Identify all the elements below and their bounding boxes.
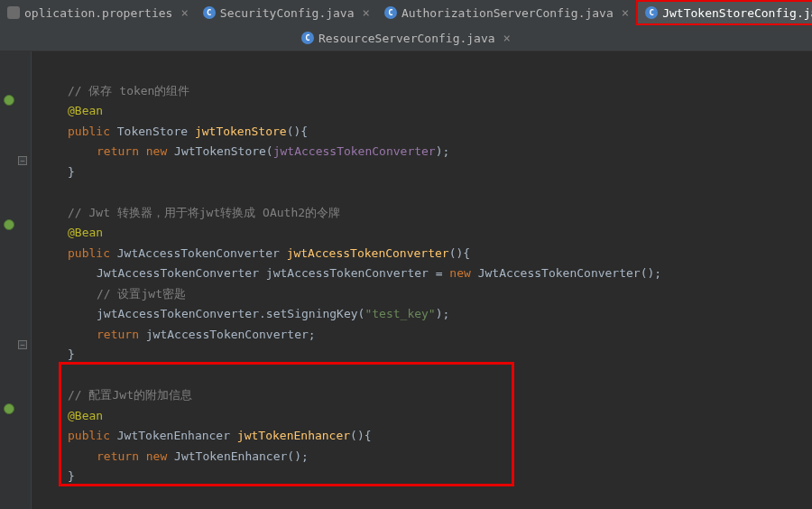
tab-label: SecurityConfig.java (220, 6, 355, 20)
code-line: } (68, 345, 812, 366)
code-line: // Jwt 转换器，用于将jwt转换成 OAuth2的令牌 (68, 203, 812, 224)
bean-gutter-icon[interactable] (4, 403, 16, 416)
tab-label: oplication.properties (24, 6, 172, 20)
tab-label: ResourceServerConfig.java (318, 32, 495, 45)
code-line: } (68, 467, 812, 487)
tab-label: AuthorizationServerConfig.java (401, 6, 614, 20)
bean-gutter-icon[interactable] (4, 95, 16, 107)
java-class-icon: C (203, 6, 216, 19)
tab-security-config[interactable]: C SecurityConfig.java × (196, 0, 377, 25)
tab-label: JwtTokenStoreConfig.java (662, 6, 812, 20)
close-icon[interactable]: × (503, 31, 511, 45)
bean-gutter-icon[interactable] (4, 219, 16, 232)
code-line: public TokenStore jwtTokenStore(){ (68, 122, 812, 143)
code-line (68, 366, 812, 386)
code-line: // 设置jwt密匙 (68, 284, 812, 305)
code-line (68, 182, 812, 203)
code-line: public JwtAccessTokenConverter jwtAccess… (68, 244, 812, 264)
java-class-icon: C (301, 32, 314, 44)
editor-tabs: oplication.properties × C SecurityConfig… (0, 0, 812, 51)
close-icon[interactable]: × (622, 5, 629, 20)
editor-area: − − // 保存 token的组件 @Bean public TokenSto… (0, 51, 812, 509)
code-editor[interactable]: // 保存 token的组件 @Bean public TokenStore j… (32, 51, 812, 509)
tab-resource-server-config[interactable]: C ResourceServerConfig.java × (294, 25, 518, 51)
code-line: // 配置Jwt的附加信息 (68, 385, 812, 406)
code-line (68, 60, 812, 81)
tabs-row-1: oplication.properties × C SecurityConfig… (0, 0, 812, 25)
java-class-icon: C (645, 6, 658, 19)
tab-authorization-server-config[interactable]: C AuthorizationServerConfig.java × (377, 0, 636, 25)
properties-file-icon (7, 6, 20, 19)
close-icon[interactable]: × (363, 5, 370, 20)
fold-icon[interactable]: − (18, 156, 31, 169)
code-line: @Bean (68, 223, 812, 244)
tabs-row-2: C ResourceServerConfig.java × (0, 25, 812, 51)
tab-jwt-token-store-config[interactable]: C JwtTokenStoreConfig.java × (636, 0, 812, 25)
editor-gutter: − − (0, 51, 32, 509)
code-line: return jwtAccessTokenConverter; (68, 325, 812, 346)
java-class-icon: C (384, 6, 397, 19)
code-line: public JwtTokenEnhancer jwtTokenEnhancer… (68, 426, 812, 447)
code-line: @Bean (68, 101, 812, 122)
fold-icon[interactable]: − (18, 340, 31, 353)
code-line: } (68, 162, 812, 183)
close-icon[interactable]: × (180, 5, 188, 20)
code-line: jwtAccessTokenConverter.setSigningKey("t… (68, 304, 812, 325)
tab-application-properties[interactable]: oplication.properties × (0, 0, 196, 25)
code-line: // 保存 token的组件 (68, 81, 812, 102)
code-line: return new JwtTokenStore(jwtAccessTokenC… (68, 142, 812, 162)
code-line: return new JwtTokenEnhancer(); (68, 447, 812, 467)
code-line: JwtAccessTokenConverter jwtAccessTokenCo… (68, 264, 812, 284)
code-line: @Bean (68, 406, 812, 427)
